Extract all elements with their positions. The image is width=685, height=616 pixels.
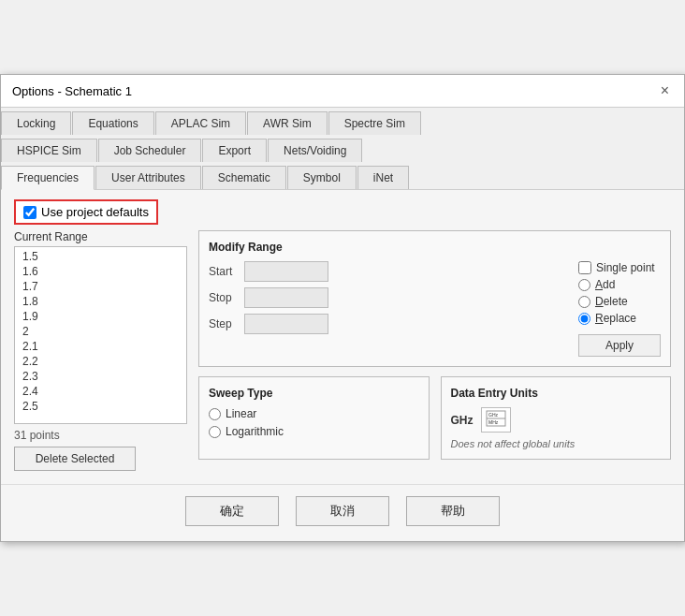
tab-frequencies[interactable]: Frequencies [1, 166, 95, 190]
single-point-checkbox[interactable] [578, 261, 591, 274]
data-entry-title: Data Entry Units [451, 387, 662, 400]
current-range-label: Current Range [14, 230, 187, 243]
single-point-label: Single point [596, 261, 655, 274]
add-radio[interactable] [578, 279, 590, 291]
sweep-type-radio-group: Linear Logarithmic [209, 407, 419, 438]
modify-range-section: Modify Range Start Stop [198, 230, 671, 367]
data-entry-section: Data Entry Units GHz GHz [441, 376, 672, 460]
delete-radio[interactable] [578, 296, 590, 308]
sweep-type-title: Sweep Type [209, 387, 419, 400]
apply-button[interactable]: Apply [578, 334, 661, 357]
delete-radio-row: Delete [578, 295, 661, 308]
stop-input[interactable] [244, 287, 328, 308]
delete-selected-button[interactable]: Delete Selected [14, 447, 136, 471]
does-not-affect-text: Does not affect global units [451, 438, 662, 449]
step-label: Step [209, 317, 244, 330]
replace-radio[interactable] [578, 313, 590, 325]
bottom-sections: Sweep Type Linear Logarithmic [198, 376, 671, 460]
tab-awr-sim[interactable]: AWR Sim [247, 111, 328, 135]
list-item[interactable]: 1.7 [15, 279, 186, 294]
tab-spectre-sim[interactable]: Spectre Sim [328, 111, 421, 135]
list-item[interactable]: 1.6 [15, 264, 186, 279]
tab-export[interactable]: Export [202, 139, 267, 162]
tab-user-attributes[interactable]: User Attributes [95, 166, 201, 189]
step-input[interactable] [244, 314, 328, 334]
delete-label: Delete [595, 295, 628, 308]
single-point-row: Single point [578, 261, 661, 274]
unit-selector[interactable]: GHz MHz [481, 407, 511, 433]
main-layout: Current Range 1.5 1.6 1.7 1.8 1.9 2 2.1 … [14, 230, 671, 471]
unit-selector-icon: GHz MHz [486, 410, 506, 430]
content-area: Use project defaults Current Range 1.5 1… [1, 190, 684, 484]
tab-aplac-sim[interactable]: APLAC Sim [155, 111, 246, 135]
list-item[interactable]: 2 [15, 324, 186, 339]
tab-equations[interactable]: Equations [72, 111, 153, 135]
tab-schematic[interactable]: Schematic [202, 166, 286, 189]
use-project-defaults-text: Use project defaults [41, 205, 149, 219]
help-button[interactable]: 帮助 [406, 496, 500, 526]
points-label: 31 points [14, 429, 187, 442]
svg-text:GHz: GHz [488, 412, 499, 418]
tab-nets-voiding[interactable]: Nets/Voiding [268, 139, 362, 162]
use-project-defaults-label[interactable]: Use project defaults [14, 199, 158, 225]
logarithmic-label: Logarithmic [226, 425, 284, 438]
modify-options: Single point Add Delete [578, 261, 661, 357]
range-list[interactable]: 1.5 1.6 1.7 1.8 1.9 2 2.1 2.2 2.3 2.4 2.… [14, 246, 187, 424]
footer: 确定 取消 帮助 [1, 484, 684, 541]
data-entry-inner: GHz GHz MHz [451, 407, 662, 433]
list-item[interactable]: 2.4 [15, 384, 186, 399]
tab-locking[interactable]: Locking [1, 111, 71, 135]
tabs-container: Locking Equations APLAC Sim AWR Sim Spec… [1, 108, 684, 190]
tabs-row-1: Locking Equations APLAC Sim AWR Sim Spec… [1, 108, 684, 135]
title-bar: Options - Schematic 1 × [1, 75, 684, 108]
list-item[interactable]: 1.8 [15, 294, 186, 309]
list-item[interactable]: 2.5 [15, 399, 186, 414]
modify-fields: Start Stop Step [209, 261, 569, 357]
unit-label: GHz [451, 414, 474, 427]
tab-inet[interactable]: iNet [357, 166, 409, 189]
list-item[interactable]: 2.2 [15, 354, 186, 369]
tab-job-scheduler[interactable]: Job Scheduler [98, 139, 202, 162]
list-item[interactable]: 1.9 [15, 309, 186, 324]
linear-radio-row: Linear [209, 407, 419, 420]
start-input[interactable] [244, 261, 328, 282]
list-item[interactable]: 2.3 [15, 369, 186, 384]
cancel-button[interactable]: 取消 [296, 496, 389, 526]
modify-range-inner: Start Stop Step [209, 261, 661, 357]
list-item[interactable]: 1.5 [15, 249, 186, 264]
modify-range-title: Modify Range [209, 241, 661, 254]
stop-field-row: Stop [209, 287, 569, 308]
add-radio-row: Add [578, 278, 661, 291]
tab-hspice-sim[interactable]: HSPICE Sim [1, 139, 97, 162]
ok-button[interactable]: 确定 [185, 496, 279, 526]
linear-radio[interactable] [209, 408, 221, 420]
replace-radio-row: Replace [578, 312, 661, 325]
logarithmic-radio[interactable] [209, 426, 221, 438]
replace-label: Replace [595, 312, 636, 325]
left-panel: Current Range 1.5 1.6 1.7 1.8 1.9 2 2.1 … [14, 230, 187, 471]
sweep-type-section: Sweep Type Linear Logarithmic [198, 376, 430, 460]
logarithmic-radio-row: Logarithmic [209, 425, 419, 438]
right-panel: Modify Range Start Stop [198, 230, 671, 471]
tabs-row-2: HSPICE Sim Job Scheduler Export Nets/Voi… [1, 135, 684, 162]
linear-label: Linear [226, 407, 256, 420]
main-window: Options - Schematic 1 × Locking Equation… [0, 74, 685, 542]
start-label: Start [209, 265, 244, 278]
start-field-row: Start [209, 261, 569, 282]
svg-text:MHz: MHz [488, 419, 499, 425]
stop-label: Stop [209, 291, 244, 304]
add-label: Add [595, 278, 615, 291]
tab-symbol[interactable]: Symbol [287, 166, 357, 189]
use-project-defaults-checkbox[interactable] [23, 206, 36, 219]
list-item[interactable]: 2.1 [15, 339, 186, 354]
window-title: Options - Schematic 1 [12, 84, 132, 98]
close-button[interactable]: × [657, 82, 673, 99]
tabs-row-3: Frequencies User Attributes Schematic Sy… [1, 162, 684, 189]
step-field-row: Step [209, 314, 569, 334]
